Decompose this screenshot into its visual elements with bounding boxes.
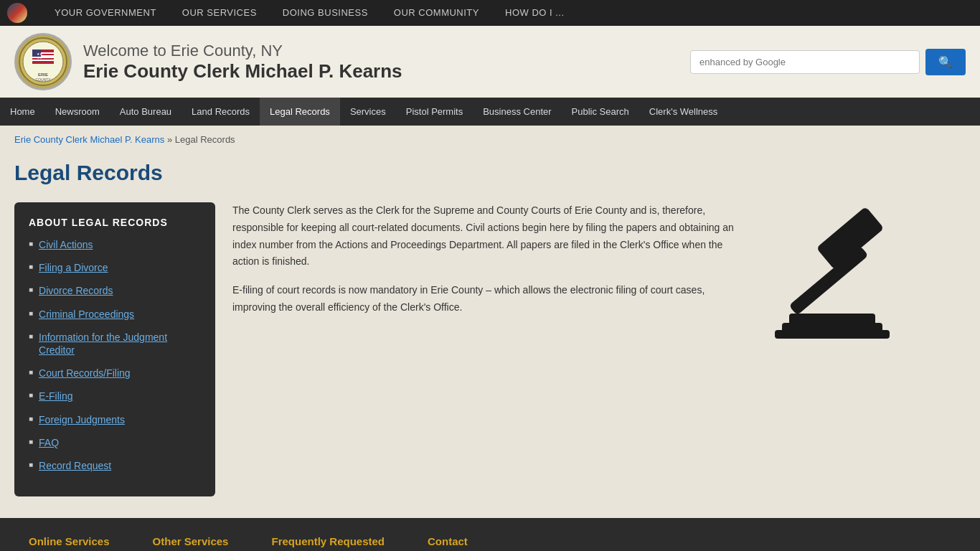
list-item: Criminal Proceedings <box>29 308 201 321</box>
nav-auto-bureau[interactable]: Auto Bureau <box>110 98 182 126</box>
sidebar-link-civil-actions[interactable]: Civil Actions <box>39 238 93 251</box>
seal-svg: ★★ ★★ ERIE COUNTY <box>18 37 68 87</box>
sidebar-link-record-request[interactable]: Record Request <box>39 459 111 472</box>
svg-rect-9 <box>32 60 54 61</box>
nav-newsroom[interactable]: Newsroom <box>45 98 110 126</box>
svg-text:COUNTY: COUNTY <box>35 77 51 82</box>
list-item: E-Filing <box>29 390 201 402</box>
breadcrumb-separator: » <box>167 134 175 145</box>
breadcrumb-home-link[interactable]: Erie County Clerk Michael P. Kearns <box>14 134 164 145</box>
sidebar-link-judgment-creditor[interactable]: Information for the Judgment Creditor <box>39 331 201 357</box>
top-nav-doing-business[interactable]: DOING BUSINESS <box>270 0 381 26</box>
sidebar-link-divorce-records[interactable]: Divorce Records <box>39 284 113 297</box>
header-branding: ★★ ★★ ERIE COUNTY Welcome to Erie County… <box>14 33 402 90</box>
top-nav-our-community[interactable]: OUR COMMUNITY <box>381 0 492 26</box>
list-item: Civil Actions <box>29 238 201 251</box>
footer-col-contact: Contact <box>428 535 468 550</box>
site-logo <box>7 3 27 23</box>
nav-legal-records[interactable]: Legal Records <box>260 98 340 126</box>
footer-col-online: Online Services <box>29 535 110 550</box>
nav-clerks-wellness[interactable]: Clerk's Wellness <box>639 98 727 126</box>
breadcrumb: Erie County Clerk Michael P. Kearns » Le… <box>0 126 980 154</box>
page-title: Legal Records <box>14 161 904 185</box>
nav-land-records[interactable]: Land Records <box>182 98 260 126</box>
sidebar-link-criminal-proceedings[interactable]: Criminal Proceedings <box>39 308 134 321</box>
main-text: The County Clerk serves as the Clerk for… <box>232 202 743 328</box>
footer-col-frequently-title: Frequently Requested <box>271 535 385 547</box>
footer-col-frequently: Frequently Requested <box>271 535 385 550</box>
list-item: Record Request <box>29 459 201 472</box>
search-button[interactable]: 🔍 <box>925 49 966 75</box>
svg-rect-7 <box>41 55 54 57</box>
footer-col-other-title: Other Services <box>153 535 229 547</box>
main-para-2: E-filing of court records is now mandato… <box>232 282 743 316</box>
sidebar-link-efiling[interactable]: E-Filing <box>39 390 72 402</box>
list-item: Information for the Judgment Creditor <box>29 331 201 357</box>
top-nav-your-government[interactable]: YOUR GOVERNMENT <box>42 0 169 26</box>
footer-col-other: Other Services <box>153 535 229 550</box>
main-navigation: Home Newsroom Auto Bureau Land Records L… <box>0 98 980 126</box>
sidebar-link-court-records[interactable]: Court Records/Filing <box>39 367 131 380</box>
sidebar-box: ABOUT LEGAL RECORDS Civil Actions Filing… <box>14 202 215 496</box>
sidebar-links: Civil Actions Filing a Divorce Divorce R… <box>29 238 201 472</box>
gavel-icon <box>768 202 897 346</box>
nav-public-search[interactable]: Public Search <box>562 98 639 126</box>
nav-pistol-permits[interactable]: Pistol Permits <box>396 98 473 126</box>
nav-services[interactable]: Services <box>340 98 396 126</box>
top-navigation: YOUR GOVERNMENT OUR SERVICES DOING BUSIN… <box>0 0 980 26</box>
svg-rect-6 <box>41 52 54 54</box>
list-item: Foreign Judgments <box>29 413 201 426</box>
sidebar-link-foreign-judgments[interactable]: Foreign Judgments <box>39 413 125 426</box>
svg-rect-8 <box>32 57 54 58</box>
clerk-name: Erie County Clerk Michael P. Kearns <box>83 60 402 83</box>
list-item: FAQ <box>29 436 201 449</box>
search-area: 🔍 <box>690 49 966 75</box>
county-seal: ★★ ★★ ERIE COUNTY <box>14 33 72 90</box>
nav-business-center[interactable]: Business Center <box>473 98 561 126</box>
svg-text:ERIE: ERIE <box>38 72 48 77</box>
header-titles: Welcome to Erie County, NY Erie County C… <box>83 42 402 83</box>
content-area: Legal Records ABOUT LEGAL RECORDS Civil … <box>0 154 918 518</box>
footer: Online Services Other Services Frequentl… <box>0 518 980 551</box>
gavel-area <box>760 202 904 346</box>
list-item: Filing a Divorce <box>29 261 201 274</box>
top-nav-our-services[interactable]: OUR SERVICES <box>169 0 270 26</box>
footer-col-contact-title: Contact <box>428 535 468 547</box>
list-item: Court Records/Filing <box>29 367 201 380</box>
svg-rect-10 <box>32 62 54 64</box>
sidebar-link-faq[interactable]: FAQ <box>39 436 59 449</box>
nav-home[interactable]: Home <box>0 98 45 126</box>
content-row: ABOUT LEGAL RECORDS Civil Actions Filing… <box>14 202 904 496</box>
top-nav-how-do-i[interactable]: HOW DO I ... <box>492 0 578 26</box>
sidebar-heading: ABOUT LEGAL RECORDS <box>29 217 201 228</box>
main-para-1: The County Clerk serves as the Clerk for… <box>232 202 743 270</box>
welcome-text: Welcome to Erie County, NY <box>83 42 402 60</box>
svg-rect-17 <box>775 330 890 339</box>
sidebar-link-filing-divorce[interactable]: Filing a Divorce <box>39 261 108 274</box>
footer-col-online-title: Online Services <box>29 535 110 547</box>
site-header: ★★ ★★ ERIE COUNTY Welcome to Erie County… <box>0 26 980 98</box>
breadcrumb-current: Legal Records <box>175 134 235 145</box>
list-item: Divorce Records <box>29 284 201 297</box>
search-input[interactable] <box>690 50 920 74</box>
